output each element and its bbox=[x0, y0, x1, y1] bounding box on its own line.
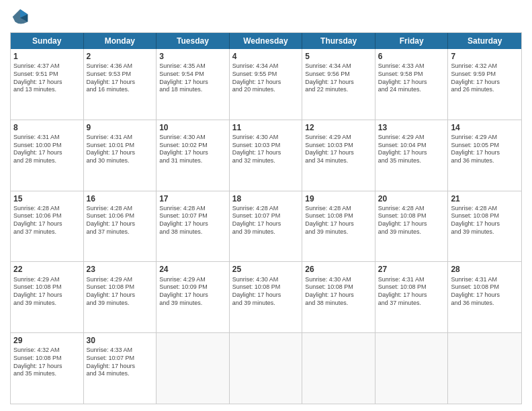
cell-info: Sunrise: 4:35 AM Sunset: 9:54 PM Dayligh… bbox=[159, 62, 226, 94]
calendar-cell-day-30: 30Sunrise: 4:33 AM Sunset: 10:07 PM Dayl… bbox=[84, 333, 157, 404]
day-number: 5 bbox=[305, 51, 372, 62]
calendar-cell-day-1: 1Sunrise: 4:37 AM Sunset: 9:51 PM Daylig… bbox=[11, 49, 84, 120]
calendar-row-5: 29Sunrise: 4:32 AM Sunset: 10:08 PM Dayl… bbox=[11, 333, 521, 404]
calendar-cell-day-21: 21Sunrise: 4:28 AM Sunset: 10:08 PM Dayl… bbox=[448, 191, 521, 262]
cell-info: Sunrise: 4:33 AM Sunset: 9:58 PM Dayligh… bbox=[378, 62, 445, 94]
cell-info: Sunrise: 4:29 AM Sunset: 10:05 PM Daylig… bbox=[451, 134, 519, 165]
calendar-body: 1Sunrise: 4:37 AM Sunset: 9:51 PM Daylig… bbox=[11, 49, 521, 404]
calendar-cell-day-11: 11Sunrise: 4:30 AM Sunset: 10:03 PM Dayl… bbox=[230, 120, 303, 191]
day-number: 26 bbox=[305, 264, 372, 275]
calendar-cell-day-26: 26Sunrise: 4:30 AM Sunset: 10:08 PM Dayl… bbox=[302, 262, 375, 332]
day-number: 9 bbox=[87, 122, 154, 133]
page: SundayMondayTuesdayWednesdayThursdayFrid… bbox=[0, 0, 532, 411]
calendar-cell-day-17: 17Sunrise: 4:28 AM Sunset: 10:07 PM Dayl… bbox=[157, 191, 230, 262]
day-number: 10 bbox=[159, 122, 226, 133]
calendar-cell-day-20: 20Sunrise: 4:28 AM Sunset: 10:08 PM Dayl… bbox=[375, 191, 449, 262]
calendar-cell-empty bbox=[375, 333, 449, 404]
cell-info: Sunrise: 4:29 AM Sunset: 10:03 PM Daylig… bbox=[305, 134, 372, 165]
cell-info: Sunrise: 4:34 AM Sunset: 9:56 PM Dayligh… bbox=[305, 62, 372, 94]
calendar-cell-day-29: 29Sunrise: 4:32 AM Sunset: 10:08 PM Dayl… bbox=[11, 333, 84, 404]
cell-info: Sunrise: 4:30 AM Sunset: 10:02 PM Daylig… bbox=[159, 134, 226, 165]
cell-info: Sunrise: 4:31 AM Sunset: 10:08 PM Daylig… bbox=[378, 276, 445, 308]
day-number: 12 bbox=[305, 122, 372, 133]
cell-info: Sunrise: 4:28 AM Sunset: 10:06 PM Daylig… bbox=[87, 205, 154, 236]
calendar-cell-day-22: 22Sunrise: 4:29 AM Sunset: 10:08 PM Dayl… bbox=[11, 262, 84, 332]
calendar-row-3: 15Sunrise: 4:28 AM Sunset: 10:06 PM Dayl… bbox=[11, 191, 521, 263]
calendar-cell-day-2: 2Sunrise: 4:36 AM Sunset: 9:53 PM Daylig… bbox=[84, 49, 157, 120]
day-number: 27 bbox=[378, 264, 445, 275]
cell-info: Sunrise: 4:28 AM Sunset: 10:06 PM Daylig… bbox=[13, 205, 81, 236]
cell-info: Sunrise: 4:31 AM Sunset: 10:00 PM Daylig… bbox=[13, 134, 81, 165]
day-number: 30 bbox=[87, 335, 154, 346]
calendar-cell-day-27: 27Sunrise: 4:31 AM Sunset: 10:08 PM Dayl… bbox=[375, 262, 449, 332]
calendar-cell-day-12: 12Sunrise: 4:29 AM Sunset: 10:03 PM Dayl… bbox=[302, 120, 375, 191]
day-number: 22 bbox=[13, 264, 81, 275]
calendar-cell-empty bbox=[157, 333, 230, 404]
calendar-cell-day-19: 19Sunrise: 4:28 AM Sunset: 10:08 PM Dayl… bbox=[302, 191, 375, 262]
day-number: 28 bbox=[451, 264, 519, 275]
cell-info: Sunrise: 4:33 AM Sunset: 10:07 PM Daylig… bbox=[87, 347, 154, 378]
day-number: 1 bbox=[13, 51, 81, 62]
calendar-header: SundayMondayTuesdayWednesdayThursdayFrid… bbox=[11, 33, 521, 49]
weekday-header-sunday: Sunday bbox=[11, 33, 84, 49]
day-number: 18 bbox=[232, 193, 300, 204]
calendar-cell-day-6: 6Sunrise: 4:33 AM Sunset: 9:58 PM Daylig… bbox=[375, 49, 449, 120]
cell-info: Sunrise: 4:37 AM Sunset: 9:51 PM Dayligh… bbox=[13, 62, 81, 94]
day-number: 2 bbox=[87, 51, 154, 62]
cell-info: Sunrise: 4:28 AM Sunset: 10:07 PM Daylig… bbox=[159, 205, 226, 236]
calendar-cell-day-9: 9Sunrise: 4:31 AM Sunset: 10:01 PM Dayli… bbox=[84, 120, 157, 191]
cell-info: Sunrise: 4:28 AM Sunset: 10:08 PM Daylig… bbox=[305, 205, 372, 236]
calendar-cell-day-5: 5Sunrise: 4:34 AM Sunset: 9:56 PM Daylig… bbox=[302, 49, 375, 120]
weekday-header-tuesday: Tuesday bbox=[157, 33, 230, 49]
calendar-cell-day-4: 4Sunrise: 4:34 AM Sunset: 9:55 PM Daylig… bbox=[230, 49, 303, 120]
day-number: 7 bbox=[451, 51, 519, 62]
cell-info: Sunrise: 4:29 AM Sunset: 10:08 PM Daylig… bbox=[13, 276, 81, 308]
day-number: 14 bbox=[451, 122, 519, 133]
day-number: 15 bbox=[13, 193, 81, 204]
calendar: SundayMondayTuesdayWednesdayThursdayFrid… bbox=[10, 32, 522, 404]
calendar-cell-empty bbox=[448, 333, 521, 404]
cell-info: Sunrise: 4:32 AM Sunset: 10:08 PM Daylig… bbox=[13, 347, 81, 378]
cell-info: Sunrise: 4:31 AM Sunset: 10:08 PM Daylig… bbox=[451, 276, 519, 308]
weekday-header-monday: Monday bbox=[84, 33, 157, 49]
cell-info: Sunrise: 4:28 AM Sunset: 10:07 PM Daylig… bbox=[232, 205, 300, 236]
calendar-cell-day-8: 8Sunrise: 4:31 AM Sunset: 10:00 PM Dayli… bbox=[11, 120, 84, 191]
cell-info: Sunrise: 4:30 AM Sunset: 10:08 PM Daylig… bbox=[232, 276, 300, 308]
day-number: 17 bbox=[159, 193, 226, 204]
calendar-cell-day-3: 3Sunrise: 4:35 AM Sunset: 9:54 PM Daylig… bbox=[157, 49, 230, 120]
calendar-cell-day-15: 15Sunrise: 4:28 AM Sunset: 10:06 PM Dayl… bbox=[11, 191, 84, 262]
day-number: 13 bbox=[378, 122, 445, 133]
calendar-cell-day-28: 28Sunrise: 4:31 AM Sunset: 10:08 PM Dayl… bbox=[448, 262, 521, 332]
cell-info: Sunrise: 4:30 AM Sunset: 10:08 PM Daylig… bbox=[305, 276, 372, 308]
weekday-header-saturday: Saturday bbox=[448, 33, 521, 49]
day-number: 16 bbox=[87, 193, 154, 204]
cell-info: Sunrise: 4:29 AM Sunset: 10:08 PM Daylig… bbox=[87, 276, 154, 308]
cell-info: Sunrise: 4:29 AM Sunset: 10:04 PM Daylig… bbox=[378, 134, 445, 165]
calendar-cell-day-7: 7Sunrise: 4:32 AM Sunset: 9:59 PM Daylig… bbox=[448, 49, 521, 120]
day-number: 8 bbox=[13, 122, 81, 133]
cell-info: Sunrise: 4:28 AM Sunset: 10:08 PM Daylig… bbox=[378, 205, 445, 236]
cell-info: Sunrise: 4:36 AM Sunset: 9:53 PM Dayligh… bbox=[87, 62, 154, 94]
logo-icon bbox=[10, 7, 30, 27]
day-number: 6 bbox=[378, 51, 445, 62]
day-number: 23 bbox=[87, 264, 154, 275]
calendar-cell-day-16: 16Sunrise: 4:28 AM Sunset: 10:06 PM Dayl… bbox=[84, 191, 157, 262]
weekday-header-friday: Friday bbox=[375, 33, 449, 49]
cell-info: Sunrise: 4:30 AM Sunset: 10:03 PM Daylig… bbox=[232, 134, 300, 165]
day-number: 25 bbox=[232, 264, 300, 275]
day-number: 4 bbox=[232, 51, 300, 62]
day-number: 11 bbox=[232, 122, 300, 133]
header bbox=[10, 7, 522, 27]
calendar-cell-empty bbox=[302, 333, 375, 404]
cell-info: Sunrise: 4:32 AM Sunset: 9:59 PM Dayligh… bbox=[451, 62, 519, 94]
cell-info: Sunrise: 4:29 AM Sunset: 10:09 PM Daylig… bbox=[159, 276, 226, 308]
weekday-header-thursday: Thursday bbox=[302, 33, 375, 49]
calendar-row-2: 8Sunrise: 4:31 AM Sunset: 10:00 PM Dayli… bbox=[11, 120, 521, 191]
calendar-cell-day-14: 14Sunrise: 4:29 AM Sunset: 10:05 PM Dayl… bbox=[448, 120, 521, 191]
cell-info: Sunrise: 4:34 AM Sunset: 9:55 PM Dayligh… bbox=[232, 62, 300, 94]
calendar-cell-day-25: 25Sunrise: 4:30 AM Sunset: 10:08 PM Dayl… bbox=[230, 262, 303, 332]
logo bbox=[10, 7, 33, 27]
weekday-header-wednesday: Wednesday bbox=[230, 33, 303, 49]
day-number: 19 bbox=[305, 193, 372, 204]
day-number: 29 bbox=[13, 335, 81, 346]
